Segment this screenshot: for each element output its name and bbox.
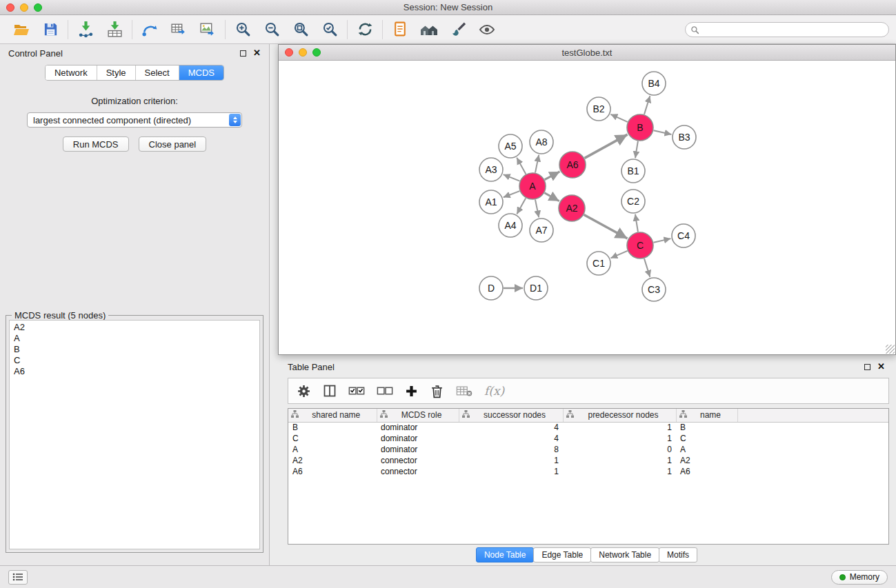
- network-window-titlebar[interactable]: testGlobe.txt: [279, 45, 895, 61]
- edge-A6-B[interactable]: [585, 134, 628, 158]
- tab-node-table[interactable]: Node Table: [476, 547, 535, 562]
- delete-row-button[interactable]: [430, 384, 444, 398]
- edge-A-A5[interactable]: [517, 158, 526, 174]
- tab-mcds[interactable]: MCDS: [179, 65, 223, 80]
- table-cell[interactable]: 1: [563, 455, 676, 466]
- tab-edge-table[interactable]: Edge Table: [533, 547, 591, 562]
- column-header-name[interactable]: name: [676, 409, 737, 422]
- table-cell[interactable]: connector: [377, 455, 459, 466]
- table-cell[interactable]: B: [676, 422, 737, 433]
- table-cell[interactable]: A2: [288, 455, 377, 466]
- search-input[interactable]: [685, 22, 889, 37]
- edge-C-C3[interactable]: [644, 258, 650, 277]
- delete-column-button[interactable]: [456, 385, 472, 397]
- close-panel-icon[interactable]: ✕: [253, 50, 261, 57]
- table-cell[interactable]: dominator: [377, 433, 459, 444]
- zoom-in-button[interactable]: [228, 17, 257, 42]
- close-panel-button[interactable]: Close panel: [139, 136, 207, 152]
- table-cell[interactable]: 1: [563, 422, 676, 433]
- close-window-button[interactable]: [6, 3, 14, 12]
- table-row[interactable]: Cdominator41C: [288, 433, 888, 444]
- add-column-button[interactable]: [405, 385, 418, 398]
- home-button[interactable]: [415, 17, 444, 42]
- network-layout-button[interactable]: [135, 17, 164, 42]
- result-item[interactable]: A2: [14, 322, 255, 333]
- result-item[interactable]: A: [14, 333, 255, 344]
- edge-A-A2[interactable]: [544, 193, 559, 201]
- zoom-window-button[interactable]: [34, 3, 42, 12]
- table-settings-button[interactable]: [297, 384, 311, 398]
- table-cell[interactable]: A: [288, 444, 377, 455]
- table-cell[interactable]: B: [288, 422, 377, 433]
- edge-B-B4[interactable]: [644, 96, 650, 114]
- tab-motifs[interactable]: Motifs: [659, 547, 697, 562]
- float-table-panel-icon[interactable]: [864, 364, 870, 370]
- refresh-view-button[interactable]: [350, 17, 379, 42]
- export-image-button[interactable]: [193, 17, 222, 42]
- style-button[interactable]: [444, 17, 472, 42]
- column-header-successor-nodes[interactable]: successor nodes: [459, 409, 563, 422]
- resize-grip[interactable]: [886, 345, 895, 354]
- edge-A-A7[interactable]: [535, 200, 539, 218]
- table-cell[interactable]: A: [676, 444, 737, 455]
- status-menu-button[interactable]: [8, 570, 28, 585]
- function-builder-button[interactable]: f(x): [484, 384, 504, 398]
- zoom-selected-button[interactable]: [315, 17, 344, 42]
- table-cell[interactable]: C: [288, 433, 377, 444]
- table-cell[interactable]: dominator: [377, 422, 459, 433]
- edge-A-A8[interactable]: [535, 155, 539, 173]
- table-cell[interactable]: 1: [563, 433, 676, 444]
- edge-A-A1[interactable]: [504, 191, 520, 197]
- column-header-predecessor-nodes[interactable]: predecessor nodes: [563, 409, 676, 422]
- tab-select[interactable]: Select: [136, 65, 179, 80]
- open-file-button[interactable]: [7, 17, 36, 42]
- minimize-network-window-button[interactable]: [299, 48, 307, 57]
- import-network-button[interactable]: [71, 17, 100, 42]
- zoom-fit-button[interactable]: [286, 17, 315, 42]
- table-cell[interactable]: A6: [676, 466, 737, 477]
- table-cell[interactable]: A2: [676, 455, 737, 466]
- edge-A-A3[interactable]: [504, 174, 520, 181]
- network-graph[interactable]: B4B2BB3A5A8A6A3B1AC2A1A2A4A7C4CC1C3DD1: [279, 61, 895, 354]
- network-canvas[interactable]: B4B2BB3A5A8A6A3B1AC2A1A2A4A7C4CC1C3DD1: [279, 61, 895, 354]
- edge-C-C2[interactable]: [635, 214, 638, 232]
- save-session-button[interactable]: [36, 17, 65, 42]
- result-item[interactable]: C: [14, 355, 255, 366]
- edge-C-C1[interactable]: [610, 251, 627, 258]
- edge-B-B2[interactable]: [610, 114, 627, 122]
- result-item[interactable]: B: [14, 344, 255, 355]
- table-cell[interactable]: 4: [459, 433, 563, 444]
- tab-style[interactable]: Style: [97, 65, 136, 80]
- close-network-window-button[interactable]: [285, 48, 293, 57]
- table-cell[interactable]: 1: [459, 466, 563, 477]
- table-row[interactable]: A6connector11A6: [288, 466, 888, 477]
- table-row[interactable]: A2connector11A2: [288, 455, 888, 466]
- table-cell[interactable]: 4: [459, 422, 563, 433]
- tab-network[interactable]: Network: [46, 65, 97, 80]
- unselect-all-button[interactable]: [377, 385, 393, 397]
- memory-button[interactable]: Memory: [831, 570, 888, 585]
- table-cell[interactable]: 0: [563, 444, 676, 455]
- table-cell[interactable]: dominator: [377, 444, 459, 455]
- edge-A-A6[interactable]: [545, 172, 560, 180]
- edge-C-C4[interactable]: [654, 239, 671, 243]
- first-neighbors-button[interactable]: [386, 17, 415, 42]
- node-table-container[interactable]: shared nameMCDS rolesuccessor nodesprede…: [288, 408, 889, 545]
- minimize-window-button[interactable]: [20, 3, 28, 12]
- table-row[interactable]: Adominator80A: [288, 444, 888, 455]
- show-column-button[interactable]: [323, 384, 337, 398]
- table-cell[interactable]: connector: [377, 466, 459, 477]
- column-header-mcds-role[interactable]: MCDS role: [377, 409, 459, 422]
- export-table-button[interactable]: [164, 17, 193, 42]
- table-cell[interactable]: 8: [459, 444, 563, 455]
- edge-B-B1[interactable]: [635, 141, 638, 158]
- show-hide-button[interactable]: [472, 17, 501, 42]
- criterion-dropdown[interactable]: largest connected component (directed): [27, 112, 242, 128]
- edge-A2-C[interactable]: [584, 215, 628, 239]
- edge-B-B3[interactable]: [654, 130, 672, 134]
- run-mcds-button[interactable]: Run MCDS: [63, 136, 129, 152]
- table-cell[interactable]: 1: [459, 455, 563, 466]
- table-row[interactable]: Bdominator41B: [288, 422, 888, 433]
- select-all-button[interactable]: [348, 385, 365, 397]
- mcds-result-list[interactable]: A2ABCA6: [9, 320, 260, 549]
